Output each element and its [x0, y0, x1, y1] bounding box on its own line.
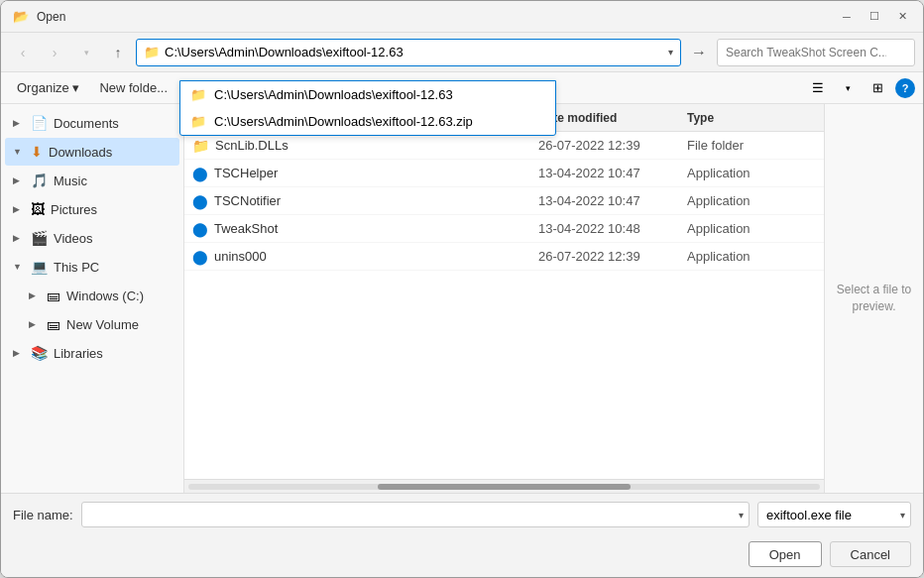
file-icon-tscnotifier: ⬤ [192, 193, 208, 209]
organize-button[interactable]: Organize ▾ [9, 76, 87, 100]
documents-icon: 📄 [31, 115, 48, 131]
dialog-icon: 📂 [13, 9, 29, 25]
file-type-wrapper: exiftool.exe file All Files (*.*) ▾ [757, 502, 911, 527]
open-dialog: 📂 Open ─ ☐ ✕ ‹ › ▾ ↑ 📁 ▾ 📁 C:\Users\Admi… [0, 0, 924, 578]
up-button[interactable]: ↑ [104, 39, 132, 66]
videos-icon: 🎬 [31, 230, 48, 246]
sidebar-item-documents[interactable]: ▶ 📄 Documents [5, 109, 179, 137]
sidebar-label-music: Music [54, 173, 87, 188]
address-input[interactable] [136, 39, 681, 66]
file-type-tschelper: Application [687, 166, 816, 180]
expand-icon-windows: ▶ [29, 290, 41, 300]
sidebar-label-thispc: This PC [54, 260, 99, 275]
pictures-icon: 🖼 [31, 201, 45, 217]
recent-locations-button[interactable]: ▾ [72, 39, 100, 66]
file-row-tweakshot[interactable]: ⬤ TweakShot 13-04-2022 10:48 Application [184, 215, 824, 243]
sidebar-item-music[interactable]: ▶ 🎵 Music [5, 167, 179, 194]
search-input[interactable] [717, 39, 915, 66]
autocomplete-dropdown: 📁 C:\Users\Admin\Downloads\exiftool-12.6… [179, 80, 556, 136]
preview-text: Select a file to preview. [833, 282, 915, 315]
autocomplete-folder-icon-2: 📁 [190, 114, 206, 129]
action-bar: Open Cancel [1, 535, 923, 577]
cancel-button[interactable]: Cancel [830, 541, 911, 567]
file-date-tscnotifier: 13-04-2022 10:47 [538, 193, 687, 208]
minimize-button[interactable]: ─ [834, 7, 860, 27]
autocomplete-label-2: C:\Users\Admin\Downloads\exiftool-12.63.… [214, 114, 473, 129]
file-icon-tschelper: ⬤ [192, 166, 208, 181]
expand-icon-music: ▶ [13, 175, 25, 185]
sidebar-item-libraries[interactable]: ▶ 📚 Libraries [5, 339, 179, 367]
go-button[interactable]: → [685, 39, 713, 66]
dialog-title: Open [37, 10, 65, 24]
autocomplete-item-2[interactable]: 📁 C:\Users\Admin\Downloads\exiftool-12.6… [180, 108, 555, 135]
sidebar-label-newvolume: New Volume [66, 317, 139, 332]
file-name-tscnotifier: TSCNotifier [214, 193, 538, 208]
file-row-unins000[interactable]: ⬤ unins000 26-07-2022 12:39 Application [184, 243, 824, 271]
file-date-unins000: 26-07-2022 12:39 [538, 249, 687, 264]
expand-icon-libraries: ▶ [13, 348, 25, 358]
file-area: Name Date modified Type 📁 ScnLib.DLLs 26… [184, 104, 824, 493]
file-date-tschelper: 13-04-2022 10:47 [538, 166, 687, 180]
address-folder-icon: 📁 [144, 45, 160, 59]
sidebar-item-videos[interactable]: ▶ 🎬 Videos [5, 224, 179, 252]
open-button[interactable]: Open [749, 541, 822, 567]
file-type-select[interactable]: exiftool.exe file All Files (*.*) [757, 502, 911, 527]
view-list-button[interactable]: ☰ [804, 76, 832, 100]
sidebar-item-downloads[interactable]: ▼ ⬇ Downloads [5, 138, 179, 166]
file-icon-tweakshot: ⬤ [192, 221, 208, 237]
sidebar-item-windows[interactable]: ▶ 🖴 Windows (C:) [5, 282, 179, 309]
new-folder-label: New folde... [99, 80, 168, 95]
expand-icon-videos: ▶ [13, 233, 25, 243]
autocomplete-folder-icon-1: 📁 [190, 87, 206, 102]
horizontal-scrollbar[interactable] [184, 479, 824, 493]
maximize-button[interactable]: ☐ [862, 7, 887, 27]
file-list: 📁 ScnLib.DLLs 26-07-2022 12:39 File fold… [184, 132, 824, 479]
address-toolbar: ‹ › ▾ ↑ 📁 ▾ 📁 C:\Users\Admin\Downloads\e… [1, 33, 923, 72]
file-row-tschelper[interactable]: ⬤ TSCHelper 13-04-2022 10:47 Application [184, 160, 824, 187]
file-type-unins000: Application [687, 249, 816, 264]
scrollbar-thumb [378, 484, 631, 490]
bottom-bar: File name: ▾ exiftool.exe file All Files… [1, 493, 923, 535]
view-chevron-button[interactable]: ▾ [834, 76, 862, 100]
expand-icon-thispc: ▼ [13, 262, 25, 272]
new-folder-button[interactable]: New folde... [91, 76, 175, 100]
sidebar-item-thispc[interactable]: ▼ 💻 This PC [5, 253, 179, 281]
libraries-icon: 📚 [31, 345, 48, 361]
thispc-icon: 💻 [31, 259, 48, 275]
file-date-scnlib: 26-07-2022 12:39 [538, 138, 687, 153]
close-button[interactable]: ✕ [889, 7, 915, 27]
file-icon-scnlib: 📁 [192, 138, 209, 154]
sidebar-label-libraries: Libraries [54, 346, 103, 361]
file-row-scnlib[interactable]: 📁 ScnLib.DLLs 26-07-2022 12:39 File fold… [184, 132, 824, 160]
file-row-tscnotifier[interactable]: ⬤ TSCNotifier 13-04-2022 10:47 Applicati… [184, 187, 824, 215]
expand-icon-documents: ▶ [13, 118, 25, 128]
downloads-icon: ⬇ [31, 144, 43, 160]
column-type[interactable]: Type [687, 111, 816, 125]
column-date[interactable]: Date modified [538, 111, 687, 125]
title-bar-left: 📂 Open [13, 9, 65, 25]
title-bar: 📂 Open ─ ☐ ✕ [1, 1, 923, 33]
file-name-label: File name: [13, 508, 73, 522]
file-type-scnlib: File folder [687, 138, 816, 153]
view-window-button[interactable]: ⊞ [864, 76, 891, 100]
sidebar-label-videos: Videos [54, 231, 93, 246]
address-chevron-icon[interactable]: ▾ [664, 43, 677, 61]
music-icon: 🎵 [31, 173, 48, 188]
file-name-input[interactable] [81, 502, 750, 527]
file-type-tscnotifier: Application [687, 193, 816, 208]
sidebar-item-newvolume[interactable]: ▶ 🖴 New Volume [5, 310, 179, 338]
back-button[interactable]: ‹ [9, 39, 37, 66]
sidebar-label-windows: Windows (C:) [66, 289, 144, 303]
sidebar-item-pictures[interactable]: ▶ 🖼 Pictures [5, 195, 179, 223]
help-button[interactable]: ? [895, 78, 915, 98]
sidebar-label-documents: Documents [54, 116, 119, 131]
main-content: ▶ 📄 Documents ▼ ⬇ Downloads ▶ 🎵 Music ▶ … [1, 104, 923, 493]
newvolume-icon: 🖴 [47, 316, 60, 332]
file-name-scnlib: ScnLib.DLLs [215, 138, 538, 153]
scrollbar-track [188, 484, 820, 490]
forward-button[interactable]: › [41, 39, 68, 66]
sidebar-label-pictures: Pictures [51, 202, 97, 217]
view-buttons: ☰ ▾ ⊞ [804, 76, 891, 100]
file-name-unins000: unins000 [214, 249, 538, 264]
autocomplete-item-1[interactable]: 📁 C:\Users\Admin\Downloads\exiftool-12.6… [180, 81, 555, 108]
